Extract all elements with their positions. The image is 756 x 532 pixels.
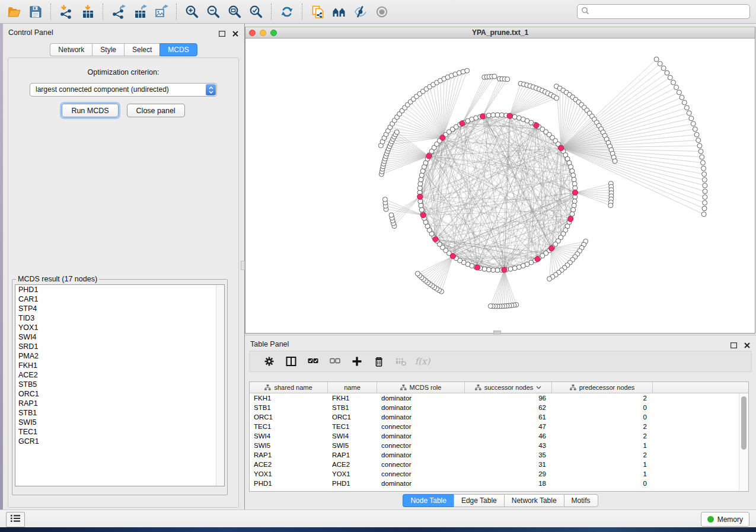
mcds-hub-node[interactable]	[450, 254, 455, 259]
vertical-splitter-handle[interactable]	[241, 261, 245, 270]
memory-button[interactable]: Memory	[701, 512, 749, 527]
mcds-node-item[interactable]: SWI5	[15, 418, 224, 427]
mcds-hub-node[interactable]	[568, 216, 573, 222]
mcds-node-item[interactable]: PMA2	[15, 351, 224, 361]
refresh-layout-button[interactable]	[276, 2, 298, 21]
mcds-node-item[interactable]: FKH1	[15, 361, 224, 370]
float-panel-icon[interactable]	[219, 28, 225, 39]
unselect-all-button[interactable]	[324, 352, 346, 370]
tab-network-table[interactable]: Network Table	[504, 494, 564, 507]
mcds-node-item[interactable]: SRD1	[15, 342, 224, 351]
zoom-fit-button[interactable]	[224, 2, 245, 21]
delete-columns-button[interactable]	[368, 352, 390, 370]
run-mcds-button[interactable]: Run MCDS	[62, 104, 118, 117]
export-network-button[interactable]	[108, 2, 129, 21]
table-row[interactable]: SWI4SWI4dominator462	[250, 431, 739, 441]
show-columns-button[interactable]	[280, 352, 302, 370]
tab-edge-table[interactable]: Edge Table	[454, 494, 504, 507]
table-scrollbar[interactable]	[739, 393, 748, 491]
mcds-hub-node[interactable]	[480, 114, 485, 119]
table-scrollbar-thumb[interactable]	[741, 396, 747, 450]
create-column-button[interactable]	[346, 352, 368, 370]
mcds-node-item[interactable]: SWI4	[15, 332, 224, 342]
clone-network-button[interactable]	[307, 2, 328, 21]
column-header-predecessor-nodes[interactable]: predecessor nodes	[552, 382, 653, 393]
mcds-node-item[interactable]: TID3	[15, 313, 224, 323]
mcds-hub-node[interactable]	[440, 135, 445, 140]
column-header-MCDS-role[interactable]: MCDS role	[377, 382, 465, 393]
table-row[interactable]: TEC1TEC1connector472	[250, 422, 739, 431]
mcds-node-item[interactable]: GCR1	[15, 437, 224, 446]
criterion-dropdown[interactable]: largest connected component (undirected)	[30, 83, 217, 97]
close-panel-icon[interactable]	[232, 28, 238, 39]
mcds-hub-node[interactable]	[417, 194, 423, 199]
table-row[interactable]: ACE2ACE2connector311	[250, 460, 739, 469]
refresh-layout-icon	[280, 5, 294, 19]
save-session-button[interactable]	[25, 2, 46, 21]
import-table-button[interactable]	[77, 2, 98, 21]
close-panel-icon[interactable]	[744, 340, 750, 351]
zoom-in-button[interactable]	[181, 2, 203, 21]
column-header-shared-name[interactable]: shared name	[250, 382, 328, 393]
mcds-node-item[interactable]: CAR1	[15, 294, 224, 304]
mcds-hub-node[interactable]	[559, 145, 564, 150]
zoom-selected-button[interactable]	[245, 2, 267, 21]
open-file-button[interactable]	[4, 2, 25, 21]
mcds-hub-node[interactable]	[475, 265, 480, 270]
mcds-hub-node[interactable]	[572, 190, 578, 195]
column-header-name[interactable]: name	[328, 382, 377, 393]
column-header-successor-nodes[interactable]: successor nodes	[465, 382, 552, 393]
mcds-node-item[interactable]: TEC1	[15, 427, 224, 437]
import-network-button[interactable]	[56, 2, 77, 21]
search-binoculars-button[interactable]	[328, 2, 350, 21]
table-row[interactable]: YOX1YOX1connector291	[250, 469, 739, 479]
network-graph[interactable]	[245, 39, 755, 333]
mcds-hub-node[interactable]	[433, 236, 438, 242]
mcds-node-item[interactable]: ACE2	[15, 370, 224, 380]
mcds-list-scrollbar[interactable]	[216, 286, 224, 485]
table-options-gear-button[interactable]	[258, 352, 280, 370]
search-input[interactable]	[592, 7, 749, 17]
close-panel-button[interactable]: Close panel	[127, 104, 185, 117]
mcds-node-item[interactable]: PHD1	[15, 285, 224, 294]
mcds-hub-node[interactable]	[534, 123, 539, 128]
search-box[interactable]	[577, 4, 750, 19]
hide-graphics-details-button[interactable]	[350, 2, 371, 21]
show-graphics-details-button[interactable]	[371, 2, 393, 21]
table-row[interactable]: PHD1PHD1dominator180	[250, 479, 739, 488]
mcds-hub-node[interactable]	[426, 153, 432, 159]
node-table: shared namenameMCDS rolesuccessor nodesp…	[249, 382, 749, 492]
table-row[interactable]: SWI5SWI5connector431	[250, 441, 739, 450]
panel-list-button[interactable]	[6, 512, 25, 527]
mcds-node-item[interactable]: ORC1	[15, 389, 224, 399]
network-canvas[interactable]	[245, 39, 755, 333]
float-panel-icon[interactable]	[731, 340, 737, 351]
tab-select[interactable]: Select	[124, 43, 160, 56]
table-row[interactable]: STB1STB1dominator620	[250, 403, 739, 412]
network-window-titlebar[interactable]: YPA_prune.txt_1	[245, 27, 755, 39]
table-row[interactable]: FKH1FKH1dominator962	[250, 393, 739, 403]
mcds-hub-node[interactable]	[420, 213, 426, 218]
tab-mcds[interactable]: MCDS	[160, 43, 197, 56]
mcds-node-item[interactable]: STB1	[15, 408, 224, 418]
mcds-hub-node[interactable]	[460, 121, 465, 126]
mcds-node-item[interactable]: STP4	[15, 304, 224, 313]
mcds-hub-node[interactable]	[507, 113, 512, 118]
select-all-button[interactable]	[302, 352, 324, 370]
table-row[interactable]: ORC1ORC1dominator610	[250, 412, 739, 422]
mcds-node-item[interactable]: RAP1	[15, 399, 224, 408]
export-table-button[interactable]	[129, 2, 151, 21]
tab-node-table[interactable]: Node Table	[403, 494, 454, 507]
mcds-hub-node[interactable]	[548, 246, 554, 251]
mcds-node-item[interactable]: STB5	[15, 380, 224, 389]
mcds-hub-node[interactable]	[535, 257, 540, 262]
tab-network[interactable]: Network	[50, 43, 92, 56]
zoom-out-button[interactable]	[203, 2, 224, 21]
mcds-node-item[interactable]: YOX1	[15, 323, 224, 332]
export-image-button[interactable]	[151, 2, 172, 21]
horizontal-splitter-handle[interactable]	[493, 331, 501, 334]
table-row[interactable]: RAP1RAP1dominator352	[250, 450, 739, 460]
tab-motifs[interactable]: Motifs	[564, 494, 598, 507]
mcds-hub-node[interactable]	[502, 267, 507, 273]
tab-style[interactable]: Style	[92, 43, 124, 56]
